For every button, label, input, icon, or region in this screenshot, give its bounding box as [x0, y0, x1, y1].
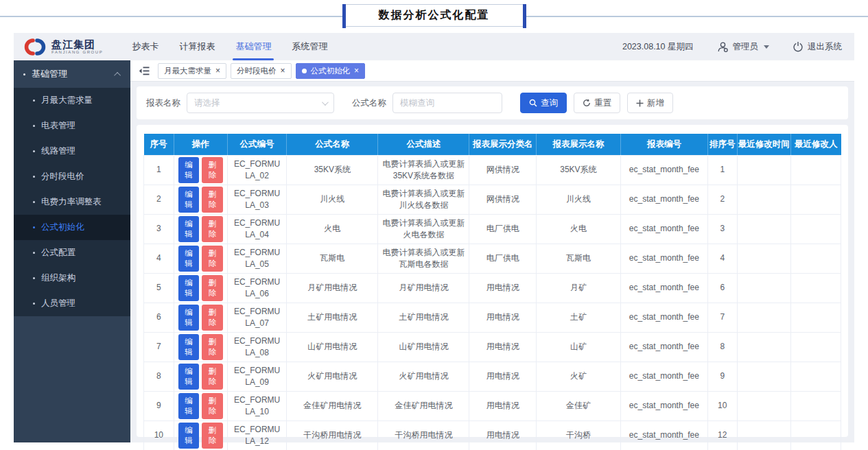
view-tab[interactable]: 月最大需求量×	[158, 63, 226, 79]
title-right-bar	[523, 4, 526, 28]
cell-formula-code: EC_FORMULA_08	[227, 332, 286, 362]
cell-sort: 7	[707, 303, 737, 332]
delete-button[interactable]: 删除	[202, 423, 223, 449]
search-button[interactable]: 查询	[520, 93, 567, 113]
edit-button[interactable]: 编辑	[178, 157, 200, 183]
cell-display-name: 金佳矿	[536, 391, 620, 421]
bullet-icon	[23, 73, 25, 75]
cell-report-code: ec_stat_month_fee	[620, 244, 707, 273]
nav-item-active[interactable]: 基础管理	[235, 33, 271, 60]
view-tab[interactable]: 公式初始化×	[296, 63, 366, 79]
cell-modified-time	[737, 362, 790, 391]
delete-button[interactable]: 删除	[202, 157, 223, 183]
add-button[interactable]: 新增	[627, 93, 673, 113]
cell-formula-name: 火矿用电情况	[287, 362, 378, 391]
cell-category: 网供情况	[469, 155, 537, 185]
cell-category: 用电情况	[469, 332, 537, 362]
delete-button[interactable]: 删除	[202, 216, 223, 242]
delete-button[interactable]: 删除	[202, 393, 223, 419]
table-row: 8编辑删除EC_FORMULA_09火矿用电情况火矿用电情况用电情况火矿ec_s…	[144, 362, 841, 391]
sidebar-item-label: 线路管理	[41, 145, 75, 157]
cell-report-code: ec_stat_month_fee	[620, 303, 707, 332]
view-tab[interactable]: 分时段电价×	[231, 63, 292, 79]
report-name-select[interactable]: 请选择	[187, 93, 334, 113]
table-row: 2编辑删除EC_FORMULA_03川火线电费计算表插入或更新川火线各数据网供情…	[144, 185, 841, 214]
user-menu[interactable]: 管理员	[717, 41, 770, 53]
sidebar-group-basic-mgmt[interactable]: 基础管理	[14, 60, 130, 88]
cell-category: 用电情况	[469, 303, 537, 332]
open-tabs: 月最大需求量×分时段电价×公式初始化×	[158, 63, 365, 79]
edit-button[interactable]: 编辑	[178, 187, 200, 213]
brand-logo: 盘江集团 FANJIANG GROUP	[23, 38, 103, 56]
tab-label: 公式初始化	[311, 66, 351, 76]
cell-actions: 编辑删除	[174, 332, 227, 362]
sidebar-item-label: 电费力率调整表	[41, 196, 102, 208]
cell-formula-desc: 电费计算表插入或更新35KV系统各数据	[378, 155, 469, 185]
cell-formula-name: 山矿用电情况	[287, 332, 378, 362]
cell-formula-desc: 干沟桥用电情况	[378, 421, 469, 450]
reset-button[interactable]: 重置	[574, 93, 620, 113]
page-title: 数据分析公式化配置	[379, 8, 490, 23]
delete-button[interactable]: 删除	[202, 275, 223, 301]
cell-actions: 编辑删除	[174, 244, 227, 273]
nav-item-link[interactable]: 系统管理	[292, 33, 327, 60]
delete-button[interactable]: 删除	[202, 305, 223, 331]
cell-actions: 编辑删除	[174, 185, 227, 214]
sidebar-item-label: 组织架构	[41, 272, 75, 284]
sidebar-item[interactable]: 公式初始化	[14, 215, 130, 240]
cell-index: 10	[144, 421, 174, 450]
column-header: 序号	[144, 134, 174, 155]
cell-formula-code: EC_FORMULA_05	[227, 244, 286, 273]
cell-actions: 编辑删除	[174, 391, 227, 421]
edit-button[interactable]: 编辑	[178, 334, 200, 360]
cell-actions: 编辑删除	[174, 362, 227, 391]
sidebar-item[interactable]: 线路管理	[14, 139, 130, 164]
delete-button[interactable]: 删除	[202, 246, 223, 272]
cell-modified-time	[737, 273, 790, 303]
sidebar-item[interactable]: 电费力率调整表	[14, 189, 130, 215]
edit-button[interactable]: 编辑	[178, 246, 200, 272]
sidebar-item[interactable]: 电表管理	[14, 113, 130, 139]
table-row: 9编辑删除EC_FORMULA_10金佳矿用电情况金佳矿用电情况用电情况金佳矿e…	[144, 391, 841, 421]
close-icon[interactable]: ×	[354, 67, 359, 75]
edit-button[interactable]: 编辑	[178, 275, 200, 301]
cell-modified-by	[790, 332, 841, 362]
edit-button[interactable]: 编辑	[178, 364, 200, 390]
edit-button[interactable]: 编辑	[178, 393, 200, 419]
top-header: 盘江集团 FANJIANG GROUP 抄表卡计算报表基础管理系统管理 2023…	[14, 33, 854, 60]
edit-button[interactable]: 编辑	[178, 423, 200, 449]
edit-button[interactable]: 编辑	[178, 305, 200, 331]
edit-button[interactable]: 编辑	[178, 216, 200, 242]
sidebar-item[interactable]: 分时段电价	[14, 164, 130, 189]
sidebar-item[interactable]: 人员管理	[14, 291, 130, 316]
logo-icon	[23, 38, 47, 56]
sidebar-item[interactable]: 公式配置	[14, 240, 130, 265]
cell-formula-desc: 电费计算表插入或更新火电各数据	[378, 214, 469, 244]
column-header: 公式名称	[287, 134, 378, 155]
nav-item-link[interactable]: 抄表卡	[132, 33, 159, 60]
nav-item-link[interactable]: 计算报表	[179, 33, 215, 60]
table-body: 1编辑删除EC_FORMULA_0235KV系统电费计算表插入或更新35KV系统…	[144, 155, 841, 450]
delete-button[interactable]: 删除	[202, 187, 223, 213]
close-icon[interactable]: ×	[281, 67, 285, 75]
app-window: 盘江集团 FANJIANG GROUP 抄表卡计算报表基础管理系统管理 2023…	[14, 33, 854, 442]
sidebar-item[interactable]: 组织架构	[14, 265, 130, 291]
formula-name-input[interactable]	[392, 93, 502, 113]
report-name-label: 报表名称	[146, 97, 180, 109]
delete-button[interactable]: 删除	[202, 364, 223, 390]
sidebar: 基础管理 月最大需求量电表管理线路管理分时段电价电费力率调整表公式初始化公式配置…	[14, 60, 130, 442]
logout-button[interactable]: 退出系统	[793, 41, 842, 53]
table-row: 5编辑删除EC_FORMULA_06月矿用电情况月矿用电情况用电情况月矿ec_s…	[144, 273, 841, 303]
close-icon[interactable]: ×	[215, 67, 220, 75]
sidebar-item-label: 分时段电价	[41, 171, 84, 182]
power-icon	[793, 41, 804, 52]
table-panel: 序号操作公式编号公式名称公式描述报表展示分类名报表展示名称报表编号排序号最近修改…	[137, 125, 848, 437]
bullet-icon	[33, 303, 35, 305]
plus-icon	[636, 99, 644, 107]
cell-category: 用电情况	[469, 273, 537, 303]
collapse-menu-icon[interactable]	[139, 66, 150, 76]
delete-button[interactable]: 删除	[202, 334, 223, 360]
cell-formula-code: EC_FORMULA_04	[227, 214, 286, 244]
cell-sort: 6	[707, 273, 737, 303]
sidebar-item[interactable]: 月最大需求量	[14, 88, 130, 113]
